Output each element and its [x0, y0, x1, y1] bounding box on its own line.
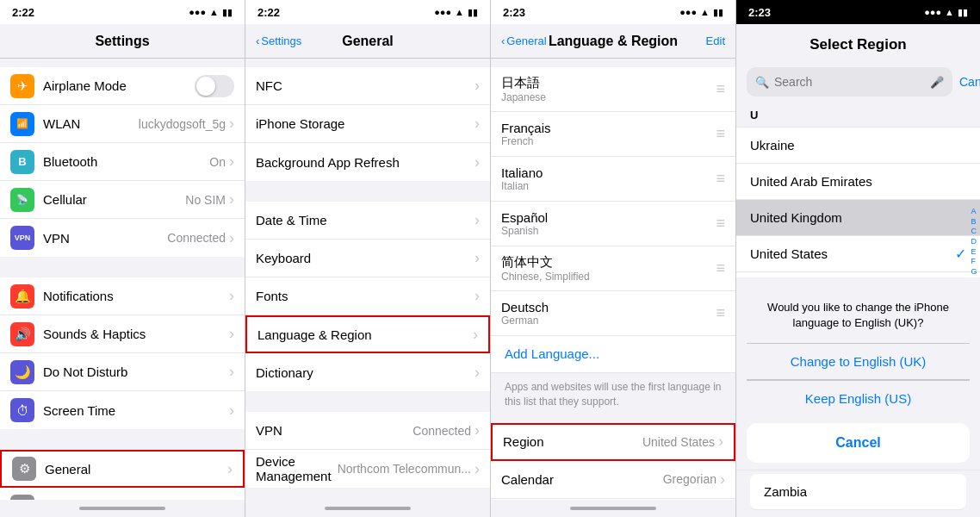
region-zambia[interactable]: Zambia	[750, 474, 966, 510]
calendar-value: Gregorian	[663, 472, 716, 486]
search-input[interactable]	[774, 75, 925, 89]
row-device-mgmt[interactable]: Device Management Northcom Telecommun...	[245, 450, 490, 488]
row-wlan[interactable]: 📶 WLAN luckydogsoft_5g	[0, 105, 245, 143]
wlan-icon: 📶	[10, 112, 34, 136]
row-bg-refresh[interactable]: Background App Refresh	[245, 143, 490, 181]
region-name-zambia: Zambia	[764, 484, 807, 499]
dnd-icon: 🌙	[10, 360, 34, 384]
region-list-wrap[interactable]: U Ukraine United Arab Emirates United Ki…	[736, 103, 980, 277]
row-nfc[interactable]: NFC	[245, 67, 490, 105]
row-language-region[interactable]: Language & Region	[245, 315, 490, 353]
lang-japanese[interactable]: 日本語 Japanese ≡	[491, 67, 735, 112]
region-uk[interactable]: United Kingdom	[736, 200, 980, 236]
lang-italian[interactable]: Italiano Italian ≡	[491, 157, 735, 202]
row-cellular[interactable]: 📡 Cellular No SIM	[0, 181, 245, 219]
notifications-chevron	[229, 287, 234, 305]
notifications-icon: 🔔	[10, 284, 34, 308]
region-value: United States	[642, 435, 715, 449]
lang-english-2: Italian	[501, 180, 543, 192]
lang-native-5: Deutsch	[501, 300, 549, 315]
alpha-index[interactable]: ABC DEF GHI JKL MNO PQR STU VWX YZ	[971, 207, 979, 277]
vpn-label: VPN	[43, 231, 167, 246]
screen-time-chevron	[229, 402, 234, 420]
row-screen-time[interactable]: ⏱ Screen Time	[0, 391, 245, 429]
language-region-chevron	[473, 326, 478, 344]
row-sounds[interactable]: 🔊 Sounds & Haptics	[0, 315, 245, 353]
bg-refresh-label: Background App Refresh	[256, 155, 474, 170]
row-iphone-storage[interactable]: iPhone Storage	[245, 105, 490, 143]
iphone-storage-label: iPhone Storage	[256, 116, 474, 131]
keyboard-chevron	[474, 249, 480, 267]
vpn2-value: Connected	[412, 424, 471, 438]
dictionary-label: Dictionary	[256, 365, 474, 380]
row-general[interactable]: ⚙ General	[0, 450, 245, 488]
general-group-3: VPN Connected Device Management Northcom…	[245, 412, 490, 488]
time-3: 2:23	[503, 6, 525, 19]
lang-german[interactable]: Deutsch German ≡	[491, 291, 735, 336]
region-us[interactable]: United States ✓	[736, 236, 980, 272]
keep-english-us-button[interactable]: Keep English (US)	[747, 380, 970, 416]
region-name-us: United States	[750, 246, 828, 261]
dnd-label: Do Not Disturb	[43, 364, 229, 379]
back-button-2[interactable]: ‹ Settings	[256, 34, 301, 47]
device-mgmt-label: Device Management	[256, 454, 338, 483]
row-notifications[interactable]: 🔔 Notifications	[0, 277, 245, 315]
row-control-center[interactable]: ☰ Control Center	[0, 488, 245, 500]
row-do-not-disturb[interactable]: 🌙 Do Not Disturb	[0, 353, 245, 391]
section-header-u: U	[736, 103, 980, 128]
row-calendar[interactable]: Calendar Gregorian	[491, 461, 735, 499]
airplane-icon: ✈	[10, 74, 34, 98]
cellular-icon: 📡	[10, 188, 34, 212]
change-to-uk-button[interactable]: Change to English (UK)	[747, 343, 970, 380]
wlan-chevron	[229, 115, 234, 133]
language-region-scroll[interactable]: 日本語 Japanese ≡ Français French ≡ Italian…	[491, 59, 735, 500]
sounds-chevron	[229, 325, 234, 343]
row-vpn[interactable]: VPN VPN Connected	[0, 219, 245, 257]
search-input-wrap[interactable]: 🔍 🎤	[747, 67, 952, 97]
screen-time-icon: ⏱	[10, 398, 34, 422]
vpn-icon: VPN	[10, 226, 34, 250]
back-chevron-3: ‹	[501, 34, 505, 47]
edit-button[interactable]: Edit	[706, 34, 725, 47]
lang-chinese[interactable]: 简体中文 Chinese, Simplified ≡	[491, 246, 735, 291]
row-keyboard[interactable]: Keyboard	[245, 240, 490, 277]
region-ukraine[interactable]: Ukraine	[736, 128, 980, 164]
search-icon: 🔍	[755, 76, 769, 89]
status-icons-3: ●●● ▲ ▮▮	[679, 7, 723, 18]
lang-native-4: 简体中文	[501, 254, 590, 271]
row-temperature[interactable]: Temperature Unit °F	[491, 499, 735, 500]
back-label-3: General	[506, 34, 546, 47]
status-icons-2: ●●● ▲ ▮▮	[434, 7, 478, 18]
lang-spanish[interactable]: Español Spanish ≡	[491, 202, 735, 246]
dialog-area: Would you like to change the iPhone lang…	[736, 277, 980, 517]
cancel-button-bottom[interactable]: Cancel	[747, 423, 970, 463]
row-vpn2[interactable]: VPN Connected	[245, 412, 490, 450]
settings-scroll[interactable]: ✈ Airplane Mode 📶 WLAN luckydogsoft_5g B…	[0, 59, 245, 500]
region-uruguay[interactable]: Uruguay	[736, 272, 980, 277]
back-button-3[interactable]: ‹ General	[501, 34, 547, 47]
status-bar-3: 2:23 ●●● ▲ ▮▮	[491, 0, 735, 24]
keyboard-label: Keyboard	[256, 251, 474, 265]
status-bar-1: 2:22 ●●● ▲ ▮▮	[0, 0, 245, 24]
device-mgmt-chevron	[474, 460, 480, 478]
general-scroll[interactable]: NFC iPhone Storage Background App Refres…	[245, 59, 490, 500]
row-airplane-mode[interactable]: ✈ Airplane Mode	[0, 67, 245, 105]
row-dictionary[interactable]: Dictionary	[245, 353, 490, 391]
signal-icon: ●●●	[189, 7, 206, 17]
row-bluetooth[interactable]: B Bluetooth On	[0, 143, 245, 181]
region-uae[interactable]: United Arab Emirates	[736, 164, 980, 200]
lang-french[interactable]: Français French ≡	[491, 112, 735, 157]
nav-bar-1: Settings	[0, 24, 245, 59]
lang-english-5: German	[501, 315, 549, 327]
add-language-row[interactable]: Add Language...	[491, 336, 735, 373]
row-date-time[interactable]: Date & Time	[245, 202, 490, 240]
row-region[interactable]: Region United States	[491, 423, 735, 461]
fonts-chevron	[474, 287, 480, 305]
check-mark-us: ✓	[955, 246, 966, 262]
row-fonts[interactable]: Fonts	[245, 277, 490, 315]
lang-native-3: Español	[501, 210, 548, 225]
search-cancel-button[interactable]: Cancel	[959, 75, 980, 89]
bluetooth-chevron	[229, 153, 234, 171]
airplane-toggle[interactable]	[195, 75, 234, 97]
notifications-group: 🔔 Notifications 🔊 Sounds & Haptics 🌙 Do …	[0, 277, 245, 429]
